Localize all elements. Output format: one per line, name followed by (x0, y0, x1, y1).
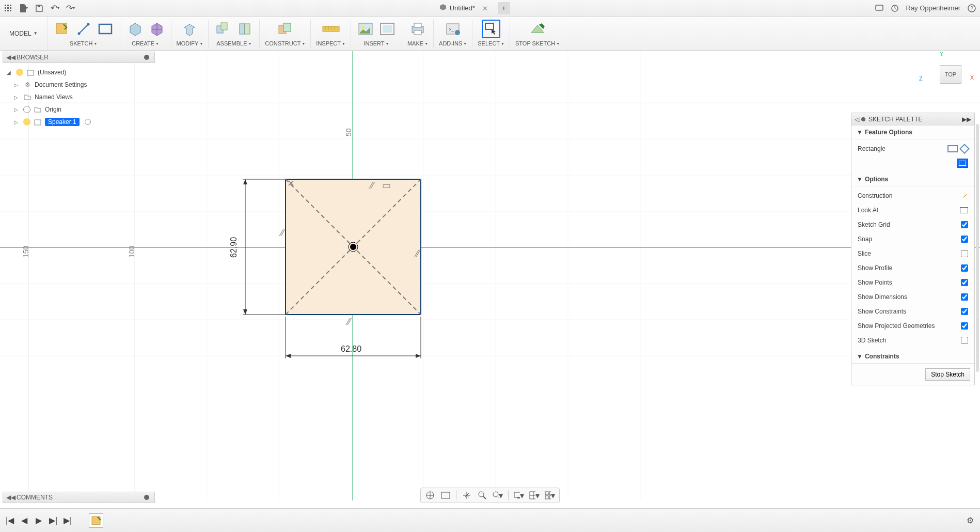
ribbon-label-sketch[interactable]: SKETCH▼ (70, 40, 98, 46)
sketch-create-icon[interactable] (53, 20, 71, 38)
ribbon-label-assemble[interactable]: ASSEMBLE▼ (216, 40, 251, 46)
ribbon-label-insert[interactable]: INSERT▼ (363, 40, 389, 46)
measure-icon[interactable] (322, 20, 340, 38)
expand-icon[interactable]: ▶▶ (962, 116, 971, 123)
press-pull-icon[interactable] (180, 20, 199, 38)
bulb-icon[interactable] (23, 118, 30, 126)
expand-icon[interactable]: ◢ (7, 70, 13, 75)
tree-item-named-views[interactable]: ▷ Named Views (5, 91, 153, 103)
plane-icon[interactable] (276, 20, 294, 38)
look-at-nav-icon[interactable] (440, 490, 451, 500)
clock-icon[interactable] (891, 4, 899, 12)
ribbon-label-select[interactable]: SELECT▼ (478, 40, 504, 46)
decal-icon[interactable] (356, 20, 375, 38)
ribbon-label-make[interactable]: MAKE▼ (407, 40, 428, 46)
comments-bar[interactable]: ◀◀ COMMENTS (3, 492, 155, 503)
center-point[interactable] (350, 244, 356, 250)
view-cube-face[interactable]: TOP (940, 65, 961, 84)
section-constraints[interactable]: ▼ Constraints (851, 350, 974, 364)
new-tab-button[interactable]: + (498, 2, 510, 14)
select-icon[interactable] (482, 20, 500, 38)
expand-icon[interactable]: ▷ (14, 95, 20, 100)
activate-radio[interactable] (85, 119, 91, 125)
save-icon[interactable] (35, 4, 43, 12)
help-icon[interactable]: ? (968, 4, 976, 12)
chk-show-projected[interactable] (961, 322, 968, 330)
dock-left-icon[interactable]: ◁ (855, 116, 859, 123)
ribbon-label-inspect[interactable]: INSPECT▼ (316, 40, 345, 46)
pin-icon[interactable] (144, 495, 149, 500)
ribbon-label-stop-sketch[interactable]: STOP SKETCH▼ (515, 40, 560, 46)
rectangle-tool-icon[interactable] (96, 20, 115, 38)
comment-icon[interactable] (875, 4, 883, 12)
construction-toggle-icon[interactable]: ⟋ (947, 192, 968, 199)
browser-header[interactable]: ◀◀ BROWSER (3, 52, 155, 63)
user-name[interactable]: Ray Oppenheimer (906, 4, 961, 12)
apps-grid-icon[interactable] (4, 4, 12, 12)
section-feature-options[interactable]: ▼ Feature Options (851, 126, 974, 139)
chk-snap[interactable] (961, 236, 968, 243)
rect-type-3-icon[interactable] (957, 159, 968, 168)
look-at-icon[interactable] (947, 207, 968, 213)
rect-type-2-icon[interactable] (959, 144, 970, 154)
tree-item-speaker[interactable]: ▷ Speaker:1 (5, 116, 153, 128)
chk-show-points[interactable] (961, 279, 968, 286)
line-tool-icon[interactable] (74, 20, 93, 38)
timeline-sketch-feature[interactable] (89, 513, 103, 528)
undo-icon[interactable]: ↶▾ (51, 4, 59, 12)
tree-item-origin[interactable]: ▷ Origin (5, 103, 153, 116)
form-icon[interactable] (147, 20, 166, 38)
chk-sketch-grid[interactable] (961, 221, 968, 228)
canvas-icon[interactable] (378, 20, 397, 38)
palette-title-bar[interactable]: ◁ SKETCH PALETTE ▶▶ (851, 113, 974, 126)
view-cube[interactable]: Y X Z TOP (928, 60, 965, 96)
tree-item-doc-settings[interactable]: ▷ ⚙ Document Settings (5, 79, 153, 91)
as-built-joint-icon[interactable] (235, 20, 254, 38)
pin-dot-icon[interactable] (861, 117, 865, 121)
box-icon[interactable] (125, 20, 144, 38)
timeline-start-icon[interactable]: |◀ (5, 516, 14, 525)
collapse-icon[interactable]: ◀◀ (6, 494, 13, 501)
timeline-prev-icon[interactable]: ◀ (20, 516, 29, 525)
stop-sketch-button[interactable]: Stop Sketch (925, 368, 970, 381)
new-file-icon[interactable]: ▾ (20, 4, 28, 12)
viewport-settings-icon[interactable]: ▾ (545, 490, 555, 500)
zoom-icon[interactable] (477, 490, 487, 500)
expand-icon[interactable]: ▷ (14, 119, 20, 125)
chk-3d-sketch[interactable] (961, 337, 968, 344)
grid-settings-icon[interactable]: ▾ (529, 490, 540, 500)
joint-icon[interactable] (214, 20, 232, 38)
dimension-height[interactable]: 62.90 (229, 179, 286, 315)
pin-icon[interactable] (144, 55, 149, 60)
section-options[interactable]: ▼ Options (851, 173, 974, 186)
palette-scrollbar[interactable] (976, 124, 979, 372)
chk-slice[interactable] (961, 250, 968, 257)
chk-show-constraints[interactable] (961, 308, 968, 315)
timeline-settings-icon[interactable]: ⚙ (967, 515, 974, 525)
redo-icon[interactable]: ↷▾ (66, 4, 74, 12)
script-icon[interactable]: >_ (444, 20, 462, 38)
chk-show-dimensions[interactable] (961, 293, 968, 301)
rect-type-1-icon[interactable] (947, 145, 958, 152)
ribbon-label-modify[interactable]: MODIFY▼ (177, 40, 203, 46)
collapse-icon[interactable]: ◀◀ (6, 54, 13, 61)
bulb-off-icon[interactable] (23, 106, 30, 113)
workspace-dropdown[interactable]: MODEL▼ (0, 17, 48, 50)
orbit-icon[interactable] (425, 490, 435, 500)
close-tab-icon[interactable]: ✕ (482, 5, 489, 12)
timeline-next-icon[interactable]: ▶| (49, 516, 58, 525)
dimension-width[interactable]: 62.80 (286, 317, 421, 358)
display-settings-icon[interactable]: ▾ (514, 490, 524, 500)
ribbon-label-create[interactable]: CREATE▼ (132, 40, 159, 46)
pan-icon[interactable] (462, 490, 472, 500)
expand-icon[interactable]: ▷ (14, 82, 20, 88)
timeline-play-icon[interactable]: ▶ (34, 516, 43, 525)
chk-show-profile[interactable] (961, 264, 968, 272)
ribbon-label-construct[interactable]: CONSTRUCT▼ (265, 40, 305, 46)
tree-root[interactable]: ◢ (Unsaved) (5, 66, 153, 79)
ribbon-label-addins[interactable]: ADD-INS▼ (439, 40, 467, 46)
bulb-icon[interactable] (16, 69, 23, 76)
timeline-end-icon[interactable]: ▶| (63, 516, 72, 525)
print-icon[interactable] (408, 20, 427, 38)
expand-icon[interactable]: ▷ (14, 107, 20, 113)
